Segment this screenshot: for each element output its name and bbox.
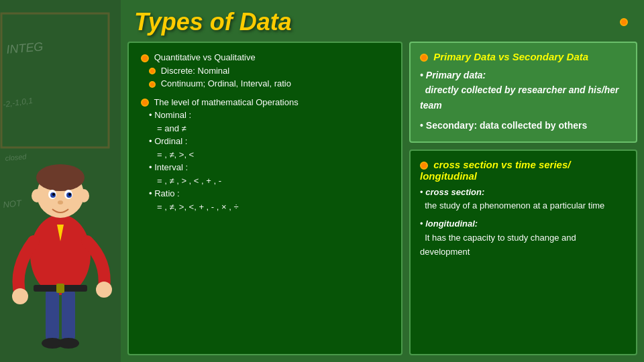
title-bar: Types of Data (121, 0, 644, 42)
longitudinal-label: longitudinal: (425, 219, 478, 229)
ratio-ops: = , ≠, >, <, + , - , × , ÷ (157, 200, 392, 214)
bullet-2 (149, 68, 156, 74)
ordinal-label: • Ordinal : (149, 136, 187, 146)
discrete-item: Discrete: Nominal (149, 64, 392, 78)
ordinal-ops: = , ≠, >, < (157, 148, 392, 162)
svg-point-23 (58, 338, 79, 349)
svg-point-18 (12, 288, 28, 304)
interval-label: • Interval : (149, 162, 188, 172)
primary-data-block: • Primary data: directly collected by re… (420, 68, 627, 113)
svg-point-16 (32, 189, 42, 202)
nominal-label: • Nominal : (149, 110, 191, 120)
bullet-3 (149, 81, 156, 88)
continuum-item: Continuum; Ordinal, Interval, ratio (149, 77, 392, 90)
secondary-data-block: • Secondary: data collected by others (420, 118, 627, 133)
interval-ops-label: = , ≠ , > , < , + , - (157, 176, 221, 186)
content-grid: Quantitative vs Qualitative Discrete: No… (121, 42, 644, 362)
svg-point-14 (68, 193, 71, 196)
cross-section-title: cross section vs time series/ longitudin… (420, 159, 627, 182)
level-item: The level of mathematical Operations (141, 96, 392, 109)
interval-line: • Interval : (149, 161, 392, 174)
bullet-top-right (420, 54, 428, 62)
nominal-ops: = and ≠ (157, 122, 392, 135)
ordinal-ops-label: = , ≠, >, < (157, 149, 194, 160)
svg-rect-21 (62, 288, 75, 342)
svg-rect-26 (56, 284, 64, 293)
svg-point-17 (78, 189, 89, 202)
primary-data-label: Primary data: (426, 70, 486, 80)
cross-section-label: cross section: (425, 187, 484, 197)
bullet-decoration (620, 18, 628, 26)
secondary-desc: data collected by others (480, 120, 587, 131)
left-panel: Quantitative vs Qualitative Discrete: No… (127, 42, 402, 355)
svg-point-13 (52, 193, 55, 196)
secondary-label: Secondary: (426, 120, 477, 131)
page-title: Types of Data (134, 8, 292, 36)
teacher-illustration: INTEG -2,-1,0,1 closed NOT (0, 0, 121, 362)
longitudinal-block: • longitudinal: It has the capacity to s… (420, 217, 627, 259)
cross-section-block: • cross section: the study of a phenomen… (420, 186, 627, 214)
right-panels: Primary Data vs Secondary Data • Primary… (409, 42, 637, 355)
ratio-line: • Ratio : (149, 187, 392, 200)
svg-point-19 (96, 282, 112, 298)
cross-section-desc: the study of a phenomenon at a particula… (425, 200, 604, 210)
primary-secondary-title: Primary Data vs Secondary Data (420, 51, 627, 62)
quant-item: Quantitative vs Qualitative (141, 51, 392, 64)
teacher-area: INTEG -2,-1,0,1 closed NOT (0, 0, 121, 362)
main-content: Types of Data Quantitative vs Qualitativ… (121, 0, 644, 362)
bullet-1 (141, 54, 149, 62)
svg-text:NOT: NOT (3, 198, 23, 210)
svg-point-8 (36, 164, 85, 191)
continuum-label: Continuum; Ordinal, Interval, ratio (161, 78, 291, 88)
interval-ops: = , ≠ , > , < , + , - (157, 174, 392, 188)
nominal-line: • Nominal : (149, 109, 392, 122)
bullet-4 (141, 99, 149, 107)
cross-section-panel: cross section vs time series/ longitudin… (409, 149, 637, 355)
ratio-label: • Ratio : (149, 188, 180, 198)
cross-section-title-text: cross section vs time series/ longitudin… (420, 159, 570, 182)
svg-point-15 (58, 200, 63, 204)
quant-label: Quantitative vs Qualitative (154, 52, 256, 62)
ratio-ops-label: = , ≠, >, <, + , - , × , ÷ (157, 202, 239, 212)
bullet-bottom-right (420, 162, 428, 170)
svg-rect-20 (46, 288, 59, 342)
level-label: The level of mathematical Operations (154, 97, 298, 107)
primary-secondary-title-text: Primary Data vs Secondary Data (433, 51, 588, 62)
longitudinal-desc: It has the capacity to study change and … (420, 233, 576, 257)
primary-data-desc: directly collected by researcher and his… (420, 84, 619, 110)
ordinal-line: • Ordinal : (149, 135, 392, 148)
primary-secondary-panel: Primary Data vs Secondary Data • Primary… (409, 42, 637, 143)
discrete-label: Discrete: Nominal (161, 66, 230, 76)
nominal-ops-label: = and ≠ (157, 123, 186, 133)
